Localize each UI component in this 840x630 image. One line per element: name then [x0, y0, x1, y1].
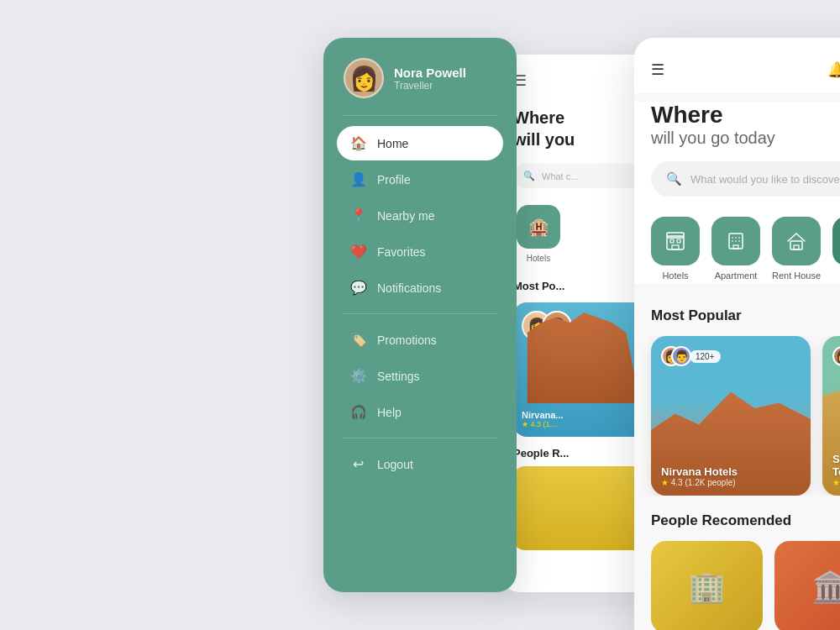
card-1-name: Nirvana Hotels — [661, 465, 801, 478]
home-icon: 🏠 — [350, 135, 365, 151]
middle-cat-label-hotels: Hotels — [527, 254, 550, 263]
user-info: Nora Powell Traveller — [394, 66, 466, 92]
star-icon-2: ★ — [832, 478, 840, 487]
card-2-rating: ★ 4.0 — [832, 478, 840, 487]
popular-card-1[interactable]: 👩 👨 120+ Nirvana Hotels ★ 4.3 (1.2K peop… — [651, 336, 811, 496]
category-hotels[interactable]: Hotels — [651, 217, 700, 281]
people-card-2[interactable]: 🏛️ — [774, 541, 840, 630]
nav-menu-logout: ↩ Logout — [323, 447, 517, 481]
nav-menu-bottom: 🏷️ Promotions ⚙️ Settings 🎧 Help — [323, 323, 517, 429]
people-rec-title: People Recomended — [651, 512, 791, 529]
divider-top — [344, 115, 496, 116]
middle-search-bar[interactable]: 🔍 What c... — [513, 164, 654, 188]
sidebar-item-promotions[interactable]: 🏷️ Promotions — [323, 323, 517, 357]
cat-label-rent-house: Rent House — [772, 270, 821, 281]
main-heading: Where will you go today — [651, 102, 840, 148]
people-card-1[interactable]: 🏢 — [651, 541, 763, 630]
nav-menu: 🏠 Home 👤 Profile 📍 Nearby me ❤️ — [323, 126, 517, 305]
svg-rect-2 — [670, 239, 674, 243]
popular-cards-row: 👩 👨 120+ Nirvana Hotels ★ 4.3 (1.2K peop… — [634, 336, 840, 496]
popular-card-2[interactable]: 👩 👧 320+ Sahid Raya Tow... ★ 4.0 — [822, 336, 840, 496]
nav-label-favorites: Favorites — [377, 245, 426, 259]
cat-icon-apartment — [711, 217, 760, 265]
profile-icon: 👤 — [350, 171, 365, 187]
nav-label-profile: Profile — [377, 173, 411, 186]
most-popular-header: Most Popular See all — [634, 307, 840, 324]
people-card-2-visual: 🏛️ — [774, 541, 840, 630]
svg-rect-1 — [667, 233, 684, 238]
category-more[interactable]: ··· More — [832, 217, 840, 281]
sidebar-item-help[interactable]: 🎧 Help — [323, 395, 517, 429]
chat-icon: 💬 — [350, 280, 365, 296]
nav-label-promotions: Promotions — [377, 333, 437, 347]
user-name: Nora Powell — [394, 66, 466, 80]
category-rent-house[interactable]: Rent House — [772, 217, 821, 281]
middle-search-icon: 🔍 — [523, 171, 535, 181]
card-2-name: Sahid Raya Tow... — [832, 453, 840, 478]
people-cards-row: 🏢 🏛️ — [634, 541, 840, 630]
nav-label-notifications: Notifications — [377, 281, 441, 295]
settings-icon: ⚙️ — [350, 368, 365, 384]
middle-card-info: Nirvana... ★ 4.3 (1.... — [522, 410, 564, 428]
nav-label-nearby: Nearby me — [377, 209, 434, 223]
category-apartment[interactable]: Apartment — [711, 217, 760, 281]
card-1-avatars: 👩 👨 120+ — [661, 346, 721, 366]
card-1-count: 120+ — [690, 350, 721, 363]
location-icon: 📍 — [350, 207, 365, 223]
middle-search-placeholder: What c... — [542, 171, 578, 181]
card-2-avatars: 👩 👧 320+ — [832, 346, 840, 366]
card-2-avatar-1: 👩 — [832, 346, 840, 366]
cat-icon-hotels — [651, 217, 700, 265]
middle-people-title: People R... — [513, 447, 654, 459]
sidebar-item-notifications[interactable]: 💬 Notifications — [323, 270, 517, 305]
middle-popular-card: 👩 👦 Nirvana... ★ 4.3 (1.... — [513, 302, 654, 437]
nav-label-help: Help — [377, 406, 402, 419]
star-icon: ★ — [661, 478, 669, 487]
sidebar-item-profile[interactable]: 👤 Profile — [323, 162, 517, 197]
middle-people-card — [513, 466, 654, 550]
search-icon: 🔍 — [666, 171, 682, 186]
card-1-rating: ★ 4.3 (1.2K people) — [661, 478, 801, 487]
nav-label-logout: Logout — [377, 458, 413, 471]
avatar: 👩 — [344, 58, 384, 98]
people-card-1-visual: 🏢 — [651, 541, 763, 630]
middle-heading: Where will you — [513, 107, 654, 150]
sidebar-item-nearby[interactable]: 📍 Nearby me — [323, 198, 517, 233]
cat-label-apartment: Apartment — [715, 270, 758, 281]
people-rec-header: People Recomended See all — [634, 512, 840, 529]
card-1-info: Nirvana Hotels ★ 4.3 (1.2K people) — [661, 465, 801, 487]
middle-card-rating: ★ 4.3 (1.... — [522, 420, 564, 428]
sidebar-item-favorites[interactable]: ❤️ Favorites — [323, 234, 517, 269]
divider-mid — [344, 313, 496, 314]
notification-area: 🔔 — [827, 60, 840, 79]
logout-icon: ↩ — [350, 456, 365, 472]
heart-icon: ❤️ — [350, 244, 365, 260]
divider-bottom — [344, 438, 496, 438]
cat-icon-rent-house — [772, 217, 821, 265]
card-1-rating-value: 4.3 — [671, 478, 683, 487]
middle-section-title: Most Po... — [513, 280, 654, 292]
promotions-icon: 🏷️ — [350, 332, 365, 348]
heading-subtitle: will you go today — [651, 129, 840, 148]
top-bar: ☰ 🔔 👩 — [634, 38, 840, 93]
sidebar-header: 👩 Nora Powell Traveller — [323, 58, 517, 115]
sidebar-item-logout[interactable]: ↩ Logout — [323, 447, 517, 481]
heading-where: Where — [651, 102, 840, 129]
hamburger-icon[interactable]: ☰ — [651, 60, 664, 79]
card-2-info: Sahid Raya Tow... ★ 4.0 — [832, 453, 840, 487]
search-placeholder: What would you like to discover? — [690, 173, 840, 186]
most-popular-title: Most Popular — [651, 307, 742, 324]
middle-hamburger-icon: ☰ — [513, 71, 654, 90]
main-search-bar[interactable]: 🔍 What would you like to discover? — [651, 161, 840, 197]
sidebar-item-home[interactable]: 🏠 Home — [323, 126, 517, 160]
user-role: Traveller — [394, 80, 466, 92]
card-1-avatar-2: 👨 — [671, 346, 691, 366]
main-content: Where will you go today 🔍 What would you… — [634, 102, 840, 284]
sidebar: 👩 Nora Powell Traveller 🏠 Home 👤 Profile — [323, 38, 517, 592]
main-screen: ☰ 🔔 👩 Where will you go today 🔍 What wou… — [634, 38, 840, 630]
middle-category-item[interactable]: 🏨 Hotels — [513, 205, 564, 263]
sidebar-item-settings[interactable]: ⚙️ Settings — [323, 359, 517, 393]
cat-icon-more: ··· — [832, 217, 840, 265]
bell-icon[interactable]: 🔔 — [827, 61, 840, 78]
nav-label-home: Home — [377, 137, 408, 150]
